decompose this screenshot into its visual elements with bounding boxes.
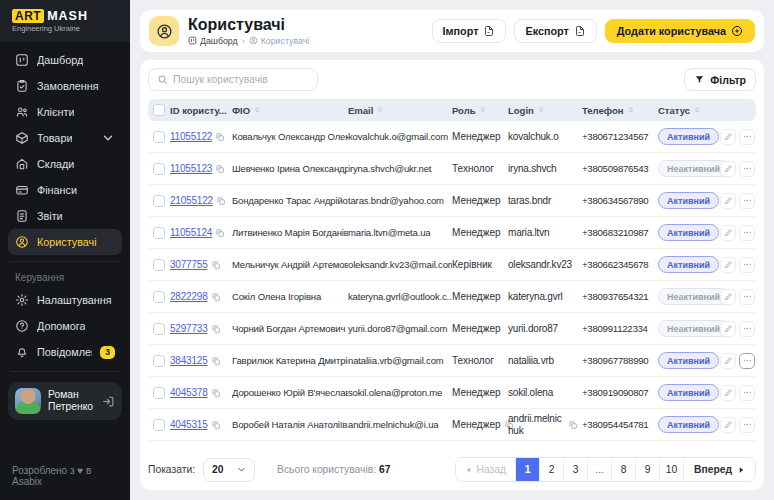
more-button[interactable]	[739, 321, 755, 337]
column-header-6[interactable]: Статус	[658, 105, 720, 116]
table-row: 11055124Литвиненко Марія Богданів...mari…	[148, 217, 756, 249]
user-id-link[interactable]: 11055122	[170, 131, 212, 142]
search-box[interactable]	[148, 68, 318, 91]
pagination-page-2[interactable]: 2	[539, 458, 563, 481]
sidebar-item-dashboard[interactable]: Дашборд	[8, 47, 122, 73]
more-button[interactable]	[739, 353, 755, 369]
user-phone: +380937654321	[582, 291, 648, 302]
breadcrumb: Дашборд › Користувачі	[188, 36, 309, 46]
edit-button[interactable]	[720, 353, 736, 369]
pagination-prev-button[interactable]: Назад	[456, 458, 516, 481]
sidebar-item-settings[interactable]: Налаштування	[8, 287, 122, 313]
row-checkbox[interactable]	[153, 163, 165, 175]
settings-icon	[15, 293, 29, 307]
user-id-link[interactable]: 3843125	[170, 355, 208, 366]
import-button[interactable]: Імпорт	[432, 19, 507, 43]
column-header-0[interactable]: ID користу...	[170, 105, 232, 116]
user-id-link[interactable]: 11055123	[170, 163, 212, 174]
cell-login: kovalchuk.o	[508, 131, 582, 143]
sidebar-item-notifications[interactable]: Повідомлення3	[8, 339, 122, 365]
profile-card[interactable]: Роман Петренко	[8, 382, 122, 420]
sidebar-item-products[interactable]: Товари	[8, 125, 122, 151]
select-all-checkbox[interactable]	[153, 104, 165, 116]
edit-button[interactable]	[720, 225, 736, 241]
row-checkbox[interactable]	[153, 131, 165, 143]
cell-fio: Мельничук Андрій Артемов...	[232, 259, 348, 270]
row-checkbox[interactable]	[153, 323, 165, 335]
breadcrumb-dashboard[interactable]: Дашборд	[188, 36, 238, 46]
edit-button[interactable]	[720, 129, 736, 145]
logout-icon[interactable]	[102, 395, 115, 408]
column-header-1[interactable]: ФІО	[232, 105, 348, 116]
user-id-link[interactable]: 5297733	[170, 323, 208, 334]
cell-login: nataliia.vrb	[508, 355, 582, 367]
sidebar-item-reports[interactable]: Звіти	[8, 203, 122, 229]
import-file-icon	[483, 25, 495, 37]
edit-button[interactable]	[720, 161, 736, 177]
more-button[interactable]	[739, 193, 755, 209]
sidebar-item-label: Звіти	[37, 210, 63, 222]
cell-role: Менеджер	[452, 131, 508, 142]
edit-button[interactable]	[720, 193, 736, 209]
row-checkbox[interactable]	[153, 387, 165, 399]
row-checkbox[interactable]	[153, 195, 165, 207]
sidebar-item-users[interactable]: Користувачі	[8, 229, 122, 255]
more-button[interactable]	[739, 225, 755, 241]
export-button[interactable]: Експорт	[514, 19, 596, 43]
cell-email: kateryna.gvrl@outlook.c...	[348, 291, 452, 302]
sidebar-item-help[interactable]: Допомога	[8, 313, 122, 339]
edit-button[interactable]	[720, 321, 736, 337]
pagination-next-button[interactable]: Вперед	[683, 458, 755, 481]
column-header-label: Email	[348, 105, 373, 116]
edit-button[interactable]	[720, 417, 736, 433]
row-checkbox[interactable]	[153, 227, 165, 239]
more-button[interactable]	[739, 161, 755, 177]
more-button[interactable]	[739, 417, 755, 433]
show-label: Показати:	[148, 464, 195, 475]
user-id-link[interactable]: 4045315	[170, 419, 208, 430]
more-button[interactable]	[739, 289, 755, 305]
main-content: Користувачі Дашборд › Користувачі Імпорт…	[130, 0, 774, 500]
user-id-link[interactable]: 3077755	[170, 259, 208, 270]
more-button[interactable]	[739, 129, 755, 145]
logo-mash-text: MASH	[47, 9, 88, 23]
search-input[interactable]	[173, 74, 309, 85]
avatar	[15, 388, 41, 414]
row-checkbox[interactable]	[153, 419, 165, 431]
column-header-2[interactable]: Email	[348, 105, 452, 116]
row-checkbox[interactable]	[153, 355, 165, 367]
user-id-link[interactable]: 11055124	[170, 227, 212, 238]
column-header-4[interactable]: Login	[508, 105, 582, 116]
row-checkbox[interactable]	[153, 259, 165, 271]
row-checkbox[interactable]	[153, 291, 165, 303]
pagination-page-3[interactable]: 3	[563, 458, 587, 481]
user-id-link[interactable]: 2822298	[170, 291, 208, 302]
sidebar-item-orders[interactable]: Замовлення	[8, 73, 122, 99]
pagination-page-10[interactable]: 10	[659, 458, 683, 481]
table-row: 11055122Ковальчук Олександр Олекс...kova…	[148, 121, 756, 153]
sidebar-item-clients[interactable]: Клієнти	[8, 99, 122, 125]
edit-button[interactable]	[720, 385, 736, 401]
user-fio: Сокіл Олена Ігорівна	[232, 291, 321, 302]
user-fio: Ковальчук Олександр Олекс...	[232, 131, 348, 142]
cell-login: iryna.shvch	[508, 163, 582, 175]
cell-role: Технолог	[452, 163, 508, 174]
user-id-link[interactable]: 4045378	[170, 387, 208, 398]
column-header-3[interactable]: Роль	[452, 105, 508, 116]
more-button[interactable]	[739, 257, 755, 273]
user-id-link[interactable]: 21055122	[170, 195, 213, 206]
cell-status: Активний	[658, 416, 720, 433]
pagination-page-8[interactable]: 8	[611, 458, 635, 481]
more-button[interactable]	[739, 385, 755, 401]
pagination-page-1[interactable]: 1	[515, 458, 539, 481]
filter-button[interactable]: Фільтр	[684, 68, 756, 91]
page-size-select[interactable]: 20	[203, 458, 255, 482]
edit-button[interactable]	[720, 257, 736, 273]
edit-button[interactable]	[720, 289, 736, 305]
products-icon	[15, 131, 29, 145]
pagination-page-9[interactable]: 9	[635, 458, 659, 481]
sidebar-item-finances[interactable]: Фінанси	[8, 177, 122, 203]
column-header-5[interactable]: Телефон	[582, 105, 658, 116]
add-user-button[interactable]: Додати користувача	[605, 19, 755, 43]
sidebar-item-warehouses[interactable]: Склади	[8, 151, 122, 177]
